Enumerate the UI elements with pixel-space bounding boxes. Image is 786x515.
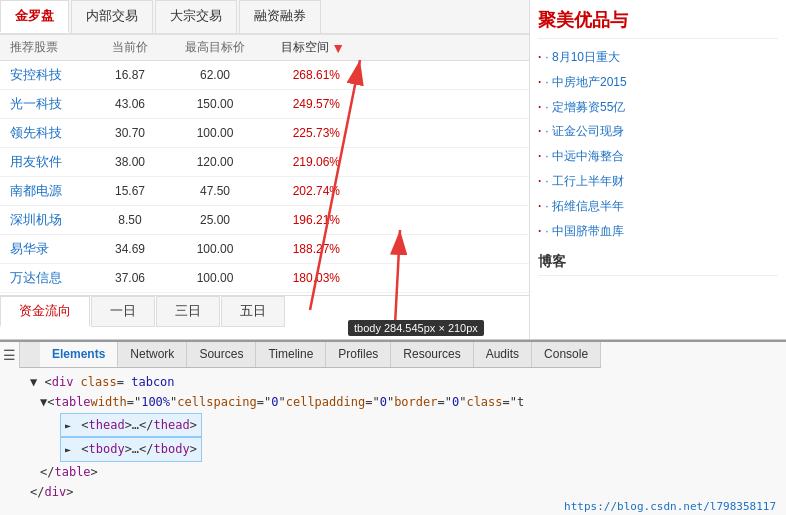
stock-target: 47.50 [170, 184, 260, 198]
footer-url: https://blog.csdn.net/l798358117 [564, 500, 776, 513]
bottom-tab-1day[interactable]: 一日 [91, 296, 155, 327]
devtools-toggle-icon[interactable]: ☰ [0, 342, 20, 368]
stock-target: 25.00 [170, 213, 260, 227]
code-line-table-close: </table> [20, 462, 786, 482]
table-row: 易华录 34.69 100.00 188.27% [0, 235, 529, 264]
stock-space: 188.27% [260, 242, 350, 256]
stock-name[interactable]: 用友软件 [0, 153, 90, 171]
table-row: 南都电源 15.67 47.50 202.74% [0, 177, 529, 206]
code-line-thead[interactable]: ► <thead>…</thead> [20, 413, 786, 437]
code-line-2: ▼ <table width="100%" cellspacing="0" ce… [20, 392, 786, 412]
tab-neibu[interactable]: 内部交易 [71, 0, 153, 33]
news-item[interactable]: · 定增募资55亿 [538, 95, 778, 120]
stock-name[interactable]: 南都电源 [0, 182, 90, 200]
code-line-tbody[interactable]: ► <tbody>…</tbody> [20, 437, 786, 461]
stock-target: 100.00 [170, 242, 260, 256]
devtools-tabs-wrapper: ☰ Elements Network Sources Timeline Prof… [0, 342, 786, 368]
thead-highlight: ► <thead>…</thead> [60, 413, 202, 437]
bottom-tab-cashflow[interactable]: 资金流向 [0, 296, 90, 327]
main-area: 金罗盘 内部交易 大宗交易 融资融券 推荐股票 当前价 最高目标价 目标空间 ▼… [0, 0, 786, 340]
stock-price: 34.69 [90, 242, 170, 256]
devtools-tab-network[interactable]: Network [118, 342, 187, 367]
stock-price: 16.87 [90, 68, 170, 82]
stock-rows: 安控科技 16.87 62.00 268.61% 光一科技 43.06 150.… [0, 61, 529, 293]
stock-space: 196.21% [260, 213, 350, 227]
stock-name[interactable]: 易华录 [0, 240, 90, 258]
col-header-space: 目标空间 ▼ [260, 39, 350, 56]
table-row: 万达信息 37.06 100.00 180.03% [0, 264, 529, 293]
stock-name[interactable]: 领先科技 [0, 124, 90, 142]
tab-jinlupan[interactable]: 金罗盘 [0, 0, 69, 33]
sort-icon: ▼ [331, 40, 345, 56]
news-item[interactable]: · 中房地产2015 [538, 70, 778, 95]
stock-space: 180.03% [260, 271, 350, 285]
table-header: 推荐股票 当前价 最高目标价 目标空间 ▼ [0, 35, 529, 61]
stock-space: 225.73% [260, 126, 350, 140]
right-panel: 聚美优品与 · 8月10日重大· 中房地产2015· 定增募资55亿· 证金公司… [530, 0, 786, 339]
devtools-tab-elements[interactable]: Elements [40, 342, 118, 367]
news-list: · 8月10日重大· 中房地产2015· 定增募资55亿· 证金公司现身· 中远… [538, 45, 778, 243]
col-header-target: 最高目标价 [170, 39, 260, 56]
news-item[interactable]: · 中国脐带血库 [538, 219, 778, 244]
stock-price: 38.00 [90, 155, 170, 169]
stock-space: 219.06% [260, 155, 350, 169]
devtools-tab-audits[interactable]: Audits [474, 342, 532, 367]
devtools-tab-resources[interactable]: Resources [391, 342, 473, 367]
stock-space: 202.74% [260, 184, 350, 198]
bottom-tab-3day[interactable]: 三日 [156, 296, 220, 327]
news-item[interactable]: · 8月10日重大 [538, 45, 778, 70]
blog-section: 博客 [538, 253, 778, 276]
news-item[interactable]: · 中远中海整合 [538, 144, 778, 169]
stock-price: 8.50 [90, 213, 170, 227]
stock-target: 100.00 [170, 271, 260, 285]
stock-panel: 金罗盘 内部交易 大宗交易 融资融券 推荐股票 当前价 最高目标价 目标空间 ▼… [0, 0, 530, 339]
stock-name[interactable]: 深圳机场 [0, 211, 90, 229]
stock-price: 37.06 [90, 271, 170, 285]
devtools-tab-timeline[interactable]: Timeline [256, 342, 326, 367]
stock-target: 150.00 [170, 97, 260, 111]
devtools-tabs: Elements Network Sources Timeline Profil… [20, 342, 601, 368]
stock-price: 30.70 [90, 126, 170, 140]
stock-name[interactable]: 安控科技 [0, 66, 90, 84]
stock-space: 249.57% [260, 97, 350, 111]
stock-space: 268.61% [260, 68, 350, 82]
devtools-panel: ☰ Elements Network Sources Timeline Prof… [0, 340, 786, 515]
table-row: 安控科技 16.87 62.00 268.61% [0, 61, 529, 90]
devtools-tab-sources[interactable]: Sources [187, 342, 256, 367]
right-title: 聚美优品与 [538, 0, 778, 39]
col-header-name: 推荐股票 [0, 39, 90, 56]
tab-dazong[interactable]: 大宗交易 [155, 0, 237, 33]
table-row: 领先科技 30.70 100.00 225.73% [0, 119, 529, 148]
stock-target: 62.00 [170, 68, 260, 82]
tabs-row: 金罗盘 内部交易 大宗交易 融资融券 [0, 0, 529, 35]
stock-name[interactable]: 万达信息 [0, 269, 90, 287]
col-header-price: 当前价 [90, 39, 170, 56]
tbody-highlight: ► <tbody>…</tbody> [60, 437, 202, 461]
news-item[interactable]: · 证金公司现身 [538, 119, 778, 144]
devtools-tab-console[interactable]: Console [532, 342, 601, 367]
stock-target: 120.00 [170, 155, 260, 169]
bottom-tab-5day[interactable]: 五日 [221, 296, 285, 327]
table-row: 光一科技 43.06 150.00 249.57% [0, 90, 529, 119]
stock-price: 15.67 [90, 184, 170, 198]
table-row: 深圳机场 8.50 25.00 196.21% [0, 206, 529, 235]
stock-price: 43.06 [90, 97, 170, 111]
stock-target: 100.00 [170, 126, 260, 140]
news-item[interactable]: · 拓维信息半年 [538, 194, 778, 219]
devtools-content: ▼ <div class= tabcon ▼ <table width="100… [0, 368, 786, 506]
devtools-tab-profiles[interactable]: Profiles [326, 342, 391, 367]
table-row: 用友软件 38.00 120.00 219.06% [0, 148, 529, 177]
tooltip: tbody 284.545px × 210px [348, 320, 484, 336]
code-line-1: ▼ <div class= tabcon [20, 372, 786, 392]
stock-name[interactable]: 光一科技 [0, 95, 90, 113]
news-item[interactable]: · 工行上半年财 [538, 169, 778, 194]
tab-rongzi[interactable]: 融资融券 [239, 0, 321, 33]
